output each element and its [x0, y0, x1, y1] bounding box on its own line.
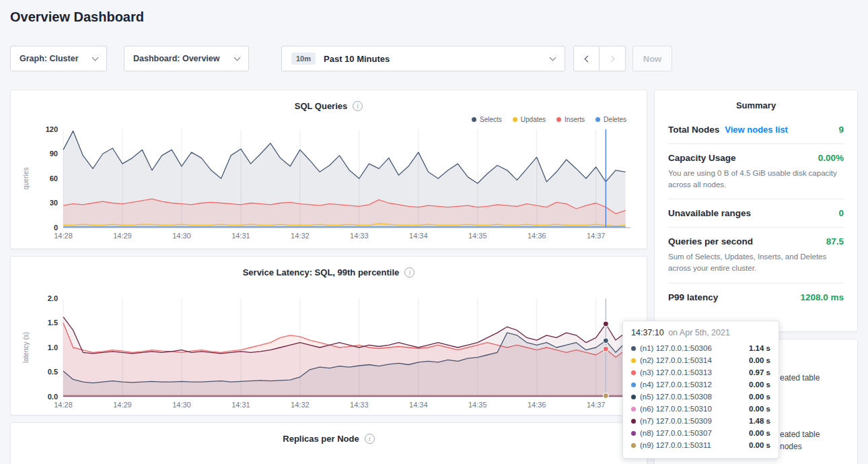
latency-chart[interactable]: 14:2814:2914:3014:3114:3214:3314:3414:35… [11, 293, 648, 414]
info-icon[interactable]: i [404, 267, 414, 277]
svg-text:14:35: 14:35 [468, 232, 487, 240]
svg-text:14:32: 14:32 [291, 401, 310, 409]
node-color-dot-icon [631, 443, 636, 448]
node-color-dot-icon [631, 346, 636, 351]
node-color-dot-icon [631, 431, 636, 436]
legend-label: Selects [480, 116, 502, 123]
svg-text:14:34: 14:34 [409, 232, 428, 240]
svg-text:14:28: 14:28 [54, 232, 73, 240]
tooltip-row: (n5) 127.0.0.1:503080.00 s [631, 391, 770, 403]
svg-text:14:36: 14:36 [528, 401, 546, 409]
svg-text:0: 0 [54, 224, 58, 232]
tooltip-time: 14:37:10 [631, 328, 664, 337]
svg-text:14:30: 14:30 [172, 401, 191, 409]
chart-title: Service Latency: SQL, 99th percentile [243, 267, 400, 277]
svg-text:60: 60 [50, 174, 58, 183]
svg-text:14:35: 14:35 [468, 401, 487, 409]
view-nodes-list-link[interactable]: View nodes list [725, 125, 788, 135]
summary-label: P99 latency [668, 292, 718, 302]
tooltip-node-label: (n7) 127.0.0.1:50309 [640, 417, 712, 425]
tooltip-node-value: 1.48 s [749, 417, 770, 425]
svg-text:14:34: 14:34 [409, 401, 428, 409]
sql-queries-chart[interactable]: 14:2814:2914:3014:3114:3214:3314:3414:35… [11, 124, 648, 245]
dashboard-selector[interactable]: Dashboard: Overview [124, 46, 249, 71]
event-item[interactable]: nodes [780, 442, 802, 451]
time-prev-button[interactable] [573, 46, 600, 71]
tooltip-row: (n1) 127.0.0.1:503061.14 s [631, 342, 770, 354]
chevron-down-icon [234, 54, 241, 61]
legend-item[interactable]: Inserts [556, 114, 585, 124]
summary-row-p99-latency: P99 latency 1208.0 ms [668, 284, 844, 311]
chart-title-row: SQL Queries i [11, 90, 647, 112]
svg-text:14:31: 14:31 [231, 232, 250, 240]
summary-label: Total Nodes [668, 125, 719, 135]
tooltip-node-label: (n9) 127.0.0.1:50311 [640, 441, 711, 449]
summary-label: Unavailable ranges [668, 208, 751, 218]
sql-queries-chart-card: SQL Queries i SelectsUpdatesInsertsDelet… [10, 90, 647, 249]
summary-label: Capacity Usage [668, 153, 736, 163]
chevron-down-icon [92, 54, 99, 61]
node-color-dot-icon [631, 383, 636, 387]
summary-description: Sum of Selects, Updates, Inserts, and De… [668, 251, 844, 273]
tooltip-node-value: 0.00 s [749, 441, 770, 449]
chevron-right-icon [608, 55, 615, 62]
legend-label: Deletes [604, 116, 626, 123]
chart-legend: SelectsUpdatesInsertsDeletes [11, 112, 647, 124]
legend-dot-icon [513, 117, 517, 122]
legend-item[interactable]: Deletes [595, 114, 626, 124]
tooltip-node-label: (n8) 127.0.0.1:50307 [640, 429, 712, 437]
summary-row-total-nodes: Total Nodes View nodes list 9 [668, 116, 844, 144]
tooltip-row: (n8) 127.0.0.1:503070.00 s [631, 427, 770, 439]
graph-selector[interactable]: Graph: Cluster [10, 46, 107, 71]
time-next-button[interactable] [600, 46, 626, 71]
tooltip-date: on Apr 5th, 2021 [668, 328, 730, 337]
node-color-dot-icon [631, 358, 636, 363]
tooltip-row: (n9) 127.0.0.1:503110.00 s [631, 439, 770, 451]
svg-text:90: 90 [50, 150, 58, 158]
svg-text:14:33: 14:33 [350, 401, 369, 409]
legend-item[interactable]: Selects [472, 114, 502, 124]
chart-title-row: Replicas per Node i [11, 423, 647, 444]
chart-title-row: Service Latency: SQL, 99th percentile i [11, 257, 647, 278]
time-range-label: Past 10 Minutes [324, 54, 390, 64]
tooltip-rows: (n1) 127.0.0.1:503061.14 s(n2) 127.0.0.1… [631, 342, 770, 451]
svg-text:14:37: 14:37 [587, 232, 606, 240]
legend-item[interactable]: Updates [513, 114, 546, 124]
info-icon[interactable]: i [353, 101, 363, 111]
summary-label: Queries per second [668, 236, 753, 246]
event-item[interactable]: eated table [780, 430, 820, 439]
svg-text:14:31: 14:31 [231, 401, 250, 409]
svg-text:14:37: 14:37 [587, 401, 606, 409]
summary-row-capacity-usage: Capacity Usage 0.00% You are using 0 B o… [668, 144, 844, 199]
graph-selector-label: Graph: Cluster [20, 54, 79, 63]
svg-text:1.5: 1.5 [48, 319, 58, 327]
legend-dot-icon [595, 117, 600, 122]
summary-value: 0.00% [818, 153, 844, 163]
event-item[interactable]: eated table [780, 373, 820, 383]
svg-text:queries: queries [22, 168, 30, 190]
node-color-dot-icon [631, 419, 636, 424]
tooltip-node-label: (n2) 127.0.0.1:50314 [640, 356, 712, 364]
dashboard-selector-label: Dashboard: Overview [133, 54, 220, 63]
svg-text:14:33: 14:33 [350, 232, 369, 240]
summary-value: 9 [838, 125, 844, 135]
summary-value: 0 [838, 208, 844, 218]
svg-text:14:30: 14:30 [172, 232, 191, 240]
tooltip-node-value: 0.00 s [749, 405, 770, 413]
tooltip-node-value: 0.97 s [749, 368, 770, 376]
tooltip-header: 14:37:10 on Apr 5th, 2021 [631, 328, 770, 337]
legend-dot-icon [556, 117, 561, 122]
summary-row-queries-per-second: Queries per second 87.5 Sum of Selects, … [668, 228, 844, 283]
tooltip-node-value: 1.14 s [749, 344, 770, 352]
info-icon[interactable]: i [365, 434, 375, 444]
svg-text:14:28: 14:28 [54, 401, 73, 409]
chevron-left-icon [584, 55, 591, 62]
time-range-badge: 10m [291, 53, 316, 65]
summary-heading: Summary [668, 100, 844, 116]
replicas-chart-card: Replicas per Node i [10, 422, 647, 464]
chevron-down-icon [550, 54, 556, 61]
time-range-picker[interactable]: 10m Past 10 Minutes [281, 46, 565, 71]
tooltip-node-label: (n3) 127.0.0.1:50313 [640, 368, 712, 376]
tooltip-node-value: 0.00 s [749, 429, 770, 437]
time-now-button[interactable]: Now [632, 46, 672, 71]
